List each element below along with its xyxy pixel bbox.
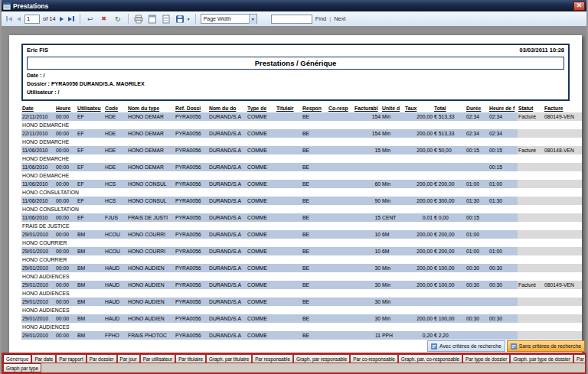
print-icon[interactable] [133, 14, 144, 24]
table-cell: BE [302, 180, 328, 188]
table-cell: BE [302, 197, 328, 205]
tab-par-date[interactable]: Par date [31, 354, 56, 363]
table-cell [466, 163, 488, 171]
table-cell: COMME [247, 331, 276, 340]
table-cell [354, 163, 381, 171]
first-page-button[interactable] [5, 15, 13, 22]
column-header: Durée [466, 105, 488, 112]
table-cell: EF [77, 197, 104, 205]
table-cell: 200,00 [404, 146, 433, 154]
table-cell: 00:00 [55, 112, 77, 121]
close-button[interactable]: ✕ [573, 2, 585, 11]
group-label: HONO DEMARCHE [21, 171, 582, 180]
column-header: Nom du do [208, 105, 247, 112]
table-cell: € 100,00 [433, 314, 466, 323]
table-row: 22/11/201000:00EFHDEHONO DEMARPYRA0056DU… [21, 112, 582, 121]
group-label: HONO DEMARCHE [21, 138, 582, 146]
table-row: 11/06/201000:00EFHCSHONO CONSULPYRA0056D… [21, 197, 582, 205]
table-cell: COMME [247, 163, 276, 171]
table-cell: 29/01/2010 [21, 298, 55, 306]
tab-par-utilisateur[interactable]: Par utilisateur [140, 354, 176, 363]
tab-graph-par-co-responsable[interactable]: Graph. par. co-responsable [398, 354, 462, 363]
table-cell [276, 213, 302, 222]
page-setup-icon[interactable] [161, 14, 172, 24]
table-cell: 00:15 [488, 146, 518, 154]
tab-graph-par-type-de-dossier[interactable]: Graph. par type de dossier [510, 354, 573, 363]
table-cell [276, 264, 302, 272]
table-cell: Min [381, 298, 404, 306]
tab-generique[interactable]: Générique [3, 354, 31, 363]
table-cell: COMME [247, 197, 276, 205]
tab-par-jour[interactable]: Par jour [117, 354, 140, 363]
table-cell: PYRA0056 [175, 247, 208, 255]
table-cell: PYRA0056 [175, 213, 208, 222]
page-number-input[interactable] [24, 15, 40, 24]
next-link[interactable]: Next [334, 15, 345, 22]
table-cell: BE [302, 163, 328, 171]
table-cell: BM [77, 331, 104, 340]
table-cell: 080149-VEN [544, 281, 582, 289]
column-header: Utilisateu [77, 105, 104, 112]
group-row: HONO AUDIENCES [21, 306, 582, 314]
group-label: HONO AUDIENCES [21, 323, 582, 331]
refresh-icon[interactable]: ↻ [113, 14, 123, 24]
tab-graph-par-titulaire[interactable]: Graph. par titulaire [206, 354, 252, 363]
group-row: HONO DEMARCHE [21, 154, 582, 163]
table-cell: HONO COURRI [127, 247, 175, 255]
export-icon[interactable] [175, 14, 185, 24]
tab-graph-par-type[interactable]: Graph par type [3, 363, 41, 372]
tab-par-type-de-dossier[interactable]: Par type de dossier [462, 354, 510, 363]
table-cell: PYRA0056 [175, 264, 208, 272]
last-page-button[interactable] [67, 15, 75, 22]
search-input[interactable] [271, 15, 312, 24]
back-icon[interactable]: ↩ [85, 14, 96, 24]
print-layout-icon[interactable] [147, 14, 158, 24]
table-cell [544, 197, 582, 205]
find-link[interactable]: Find [315, 15, 327, 22]
table-cell: PYRA0056 [175, 298, 208, 306]
table-cell: 200,00 [404, 230, 433, 239]
table-cell: FRAIS DE JUSTI [127, 213, 175, 222]
table-cell: BE [302, 264, 328, 272]
find-next-divider: | [329, 15, 331, 22]
table-cell: BE [302, 146, 328, 154]
table-cell [433, 298, 466, 306]
zoom-select[interactable]: Page Width ▼ [201, 14, 257, 24]
table-cell [544, 331, 582, 340]
with-criteria-button[interactable]: Avec critères de recherche [427, 340, 505, 352]
table-cell: HONO CONSUL [127, 197, 175, 205]
column-header: Titulair [276, 105, 302, 112]
tab-par-titulaire[interactable]: Par titulaire [175, 354, 206, 363]
tab-par-co-responsable[interactable]: Par co-responsable [350, 354, 398, 363]
table-cell [466, 331, 488, 340]
table-cell: 02:34 [466, 112, 488, 121]
report-viewer[interactable]: Eric FIS 03/03/2011 10:28 Prestations / … [2, 26, 586, 353]
without-criteria-button[interactable]: Sans critères de recherche [507, 340, 585, 352]
table-cell: DURAND/S.A [208, 264, 247, 272]
tab-par-type[interactable]: Par type [573, 354, 585, 363]
export-dropdown-icon[interactable]: ▼ [187, 17, 191, 21]
table-cell: 00:00 [55, 163, 77, 171]
table-cell: Facturé [518, 146, 544, 154]
prev-page-button[interactable] [16, 16, 21, 22]
tab-par-rapport[interactable]: Par rapport [56, 354, 87, 363]
table-cell: 00:30 [466, 314, 488, 323]
tab-par-responsable[interactable]: Par responsable [252, 354, 293, 363]
table-cell [328, 331, 354, 340]
table-row: 29/01/201000:00BMHCOUHONO COURRIPYRA0056… [21, 230, 582, 239]
table-cell: Facturé [518, 281, 544, 289]
table-cell [518, 314, 544, 323]
table-cell: 00:00 [55, 264, 77, 272]
table-cell: 02:34 [488, 129, 518, 138]
table-cell: 200,00 [404, 129, 433, 138]
next-page-button[interactable] [59, 16, 64, 22]
table-cell [544, 129, 582, 138]
table-cell: HONO CONSUL [127, 180, 175, 188]
table-cell: 00:00 [55, 298, 77, 306]
tab-graph-par-responsable[interactable]: Graph. par responsable [293, 354, 350, 363]
table-cell: 30 [354, 264, 381, 272]
table-cell: HONO AUDIEN [127, 264, 175, 272]
tab-par-dossier[interactable]: Par dossier [87, 354, 117, 363]
stop-icon[interactable]: ✖ [99, 14, 109, 24]
table-cell [328, 146, 354, 154]
